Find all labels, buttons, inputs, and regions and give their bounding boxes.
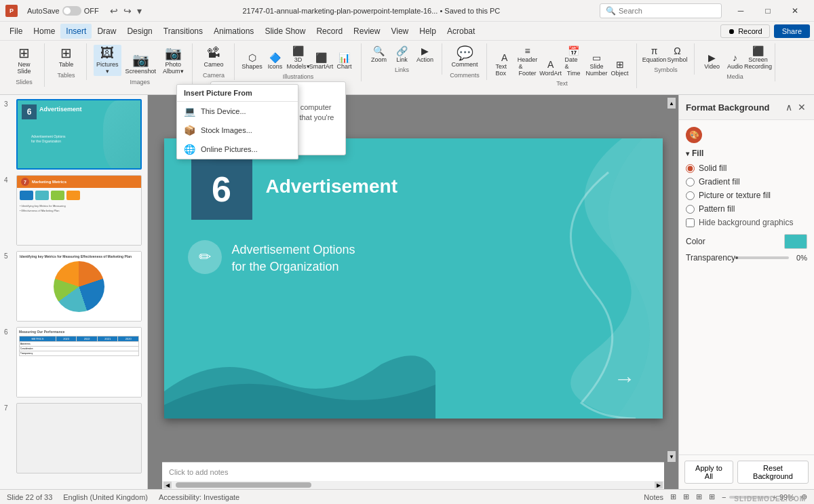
fill-section-header[interactable]: ▾ Fill	[686, 149, 807, 158]
symbol-button[interactable]: Ω Symbol	[667, 45, 689, 64]
scroll-up-button[interactable]: ▲	[667, 98, 676, 109]
h-scrollbar-thumb[interactable]	[176, 482, 311, 488]
menu-draw[interactable]: Draw	[92, 24, 121, 39]
slide-sorter-icon[interactable]: ⊞	[683, 492, 689, 501]
header-footer-button[interactable]: ≡ Header & Footer	[517, 45, 539, 77]
slide-item-3[interactable]: 3 6 Advertisement Advertisement Optionsf…	[3, 98, 144, 171]
notes-area[interactable]: Click to add notes	[162, 462, 664, 481]
table-button[interactable]: ⊞ Table	[54, 45, 79, 69]
cameo-button[interactable]: 📽 Cameo	[201, 45, 227, 69]
audio-button[interactable]: ♪ Audio	[724, 52, 746, 71]
autosave-toggle[interactable]	[62, 6, 81, 16]
notes-button[interactable]: Notes	[644, 493, 663, 501]
wordart-button[interactable]: A WordArt	[540, 58, 562, 77]
online-pictures-option[interactable]: 🌐 Online Pictures...	[177, 140, 298, 159]
record-button[interactable]: ⏺ Record	[720, 24, 769, 38]
slide-thumb-3[interactable]: 6 Advertisement Advertisement Optionsfor…	[16, 99, 142, 170]
collapse-panel-button[interactable]: ∧	[784, 100, 794, 114]
more-commands-icon[interactable]: ▾	[136, 4, 143, 18]
hide-graphics-checkbox[interactable]	[686, 218, 695, 227]
menu-home[interactable]: Home	[28, 24, 60, 39]
datetime-button[interactable]: 📅 Date & Time	[563, 45, 585, 77]
hide-graphics-option[interactable]: Hide background graphics	[686, 218, 807, 227]
this-device-option[interactable]: 💻 This Device...	[177, 102, 298, 121]
vertical-scrollbar-top[interactable]: ▲	[667, 98, 676, 109]
close-panel-button[interactable]: ✕	[796, 100, 807, 114]
slide-item-6[interactable]: 6 Measuring Our Performance METRICS 2023…	[3, 326, 144, 399]
reading-view-icon[interactable]: ⊞	[696, 492, 702, 501]
restore-button[interactable]: □	[754, 0, 781, 22]
reset-background-button[interactable]: Reset Background	[737, 461, 809, 484]
photo-album-icon: 📷	[165, 46, 182, 60]
menu-acrobat[interactable]: Acrobat	[442, 24, 480, 39]
stock-images-option[interactable]: 📦 Stock Images...	[177, 121, 298, 140]
zoom-button[interactable]: 🔍 Zoom	[368, 45, 390, 64]
3d-models-button[interactable]: ⬛ 3D Models▾	[288, 45, 309, 71]
screen-recording-button[interactable]: ⬛ Screen Recording	[748, 45, 769, 71]
close-button[interactable]: ✕	[781, 0, 809, 22]
textbox-button[interactable]: A Text Box	[494, 52, 516, 77]
menu-review[interactable]: Review	[348, 24, 385, 39]
solid-fill-radio[interactable]	[686, 164, 695, 173]
slide-item-5[interactable]: 5 Identifying key Metrics for Measuring …	[3, 250, 144, 323]
search-box[interactable]: 🔍	[600, 3, 722, 18]
undo-icon[interactable]: ↩	[109, 4, 119, 18]
zoom-out-icon[interactable]: −	[722, 493, 726, 501]
menu-view[interactable]: View	[385, 24, 414, 39]
autosave-area[interactable]: AutoSave OFF	[27, 6, 99, 16]
slide-thumb-6[interactable]: Measuring Our Performance METRICS 2023 2…	[16, 327, 142, 398]
chart-button[interactable]: 📊 Chart	[334, 52, 355, 71]
menu-insert[interactable]: Insert	[60, 24, 92, 39]
menu-animations[interactable]: Animations	[208, 24, 259, 39]
menu-help[interactable]: Help	[414, 24, 442, 39]
slide-item-4[interactable]: 4 7 Marketing Metrics • Identifying key …	[3, 174, 144, 247]
horizontal-scrollbar[interactable]: ◀ ▶	[162, 481, 664, 489]
slide-panel[interactable]: 3 6 Advertisement Advertisement Optionsf…	[0, 95, 148, 489]
picture-fill-option[interactable]: Picture or texture fill	[686, 191, 807, 200]
menu-design[interactable]: Design	[121, 24, 157, 39]
scroll-down-button[interactable]: ▼	[667, 451, 676, 462]
slide-number-button[interactable]: ▭ Slide Number	[586, 52, 608, 77]
pictures-button[interactable]: 🖼 Pictures ▾	[94, 45, 121, 76]
presenter-view-icon[interactable]: ⊞	[709, 492, 715, 501]
slide-thumb-5[interactable]: Identifying key Metrics for Measuring Ef…	[16, 251, 142, 322]
slide-thumb-7[interactable]	[16, 403, 142, 473]
apply-to-all-button[interactable]: Apply to All	[684, 461, 733, 484]
pattern-fill-radio[interactable]	[686, 205, 695, 214]
share-button[interactable]: Share	[774, 24, 810, 38]
menu-transitions[interactable]: Transitions	[158, 24, 208, 39]
gradient-fill-option[interactable]: Gradient fill	[686, 177, 807, 187]
redo-icon[interactable]: ↪	[122, 4, 133, 18]
video-button[interactable]: ▶ Video	[701, 52, 723, 71]
normal-view-icon[interactable]: ⊞	[670, 492, 676, 501]
scroll-right-button[interactable]: ▶	[655, 482, 663, 488]
shapes-button[interactable]: ⬡ Shapes	[241, 52, 263, 71]
scroll-left-button[interactable]: ◀	[163, 482, 172, 488]
link-button[interactable]: 🔗 Link	[391, 45, 413, 64]
menu-record[interactable]: Record	[311, 24, 348, 39]
transparency-slider[interactable]	[735, 256, 789, 259]
equation-button[interactable]: π Equation	[644, 45, 665, 64]
solid-fill-option[interactable]: Solid fill	[686, 163, 807, 173]
smartart-button[interactable]: ⬛ SmartArt	[311, 52, 332, 71]
screenshot-button[interactable]: 📷 Screenshot	[123, 52, 159, 76]
picture-fill-radio[interactable]	[686, 191, 695, 200]
accessibility-indicator[interactable]: Accessibility: Investigate	[159, 493, 239, 501]
action-button[interactable]: ▶ Action	[414, 45, 436, 64]
menu-slideshow[interactable]: Slide Show	[259, 24, 311, 39]
slide-thumb-4[interactable]: 7 Marketing Metrics • Identifying key Me…	[16, 175, 142, 246]
color-picker-button[interactable]	[784, 234, 807, 249]
menu-file[interactable]: File	[4, 24, 28, 39]
object-button[interactable]: ⊞ Object	[609, 58, 631, 77]
photo-album-button[interactable]: 📷 Photo Album▾	[160, 45, 187, 76]
new-slide-button[interactable]: ⊞ New Slide	[12, 45, 37, 76]
minimize-button[interactable]: ─	[727, 0, 754, 22]
vertical-scrollbar-bottom[interactable]: ▼	[667, 451, 676, 462]
comment-button[interactable]: 💬 Comment	[449, 45, 481, 69]
gradient-fill-radio[interactable]	[686, 178, 695, 187]
language-indicator[interactable]: English (United Kingdom)	[63, 493, 148, 501]
pattern-fill-option[interactable]: Pattern fill	[686, 204, 807, 214]
slide-item-7[interactable]: 7	[3, 402, 144, 475]
search-input[interactable]	[619, 7, 714, 15]
icons-button[interactable]: 🔷 Icons	[265, 52, 286, 71]
